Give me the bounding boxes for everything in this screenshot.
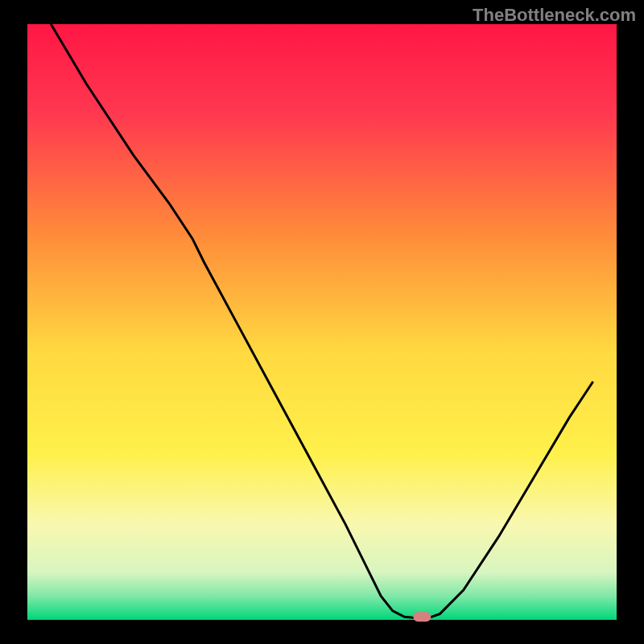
optimal-marker (413, 612, 431, 621)
plot-area (27, 24, 617, 620)
chart-container: TheBottleneck.com (0, 0, 644, 644)
watermark-text: TheBottleneck.com (473, 5, 636, 26)
chart-svg (0, 0, 644, 644)
